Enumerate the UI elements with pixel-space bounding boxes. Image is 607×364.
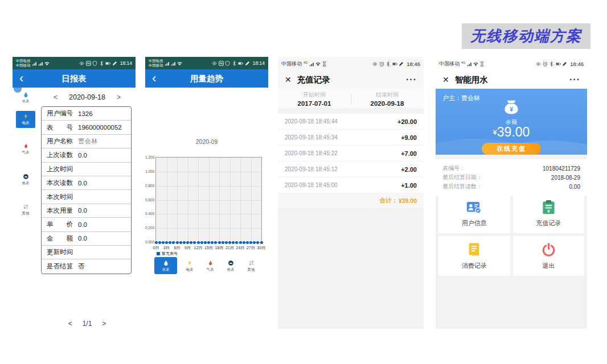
form-row: 更新时间 (42, 246, 131, 259)
field-label: 用户编号 (47, 109, 73, 118)
gridline-v (167, 158, 167, 242)
signal-icon (467, 61, 472, 67)
gridline-v (251, 158, 252, 242)
chart-legend: 暂无表号 (157, 251, 178, 257)
feature-card-recharge-record[interactable]: ¥充值记录 (513, 193, 585, 233)
field-value: 曹会林 (78, 137, 98, 146)
end-date-value: 2020-09-18 (371, 100, 404, 107)
carrier-2: 中国移动 (16, 63, 30, 68)
data-point (207, 241, 210, 244)
data-point (249, 241, 252, 244)
tab-label: 水表 (162, 267, 170, 272)
owner-name: 曹会林 (461, 94, 480, 101)
prev-page-button[interactable]: < (68, 320, 72, 328)
next-page-button[interactable]: > (102, 320, 106, 328)
status-time: 18:14 (120, 60, 132, 66)
feature-label: 退出 (542, 262, 555, 270)
meter-type-tabs: 水表电表气表热表其他 (145, 257, 268, 274)
recharge-record-row: 2020-09-18 18:45:44+20.00 (278, 114, 424, 130)
gridline-v (230, 158, 231, 242)
feature-card-consume-record[interactable]: 消费记录 (438, 236, 510, 276)
y-axis-label: 0.600 (145, 198, 154, 202)
gridline-v (240, 158, 241, 242)
sidebar-item-water[interactable]: 水表 (15, 92, 36, 104)
logout-icon (541, 242, 556, 258)
y-axis-label: 0.400 (145, 212, 154, 216)
recharge-record-row: 2020-09-18 18:45:12+2.00 (278, 162, 424, 177)
field-label: 单 价 (47, 220, 73, 229)
water-drop-icon (163, 260, 169, 266)
form-row: 金 额0.0 (42, 232, 131, 246)
slide-title: 无线移动端方案 (470, 26, 582, 46)
form-row: 用户编号1326 (42, 107, 131, 121)
wifi-icon (473, 61, 478, 67)
record-amount: +1.00 (401, 182, 417, 189)
online-recharge-button[interactable]: 在线充值 (482, 143, 541, 155)
back-icon[interactable]: ‹ (13, 72, 30, 85)
meter-type-sidebar: 水表电表气表热表其他 (13, 88, 39, 330)
back-icon[interactable]: ‹ (145, 72, 163, 85)
data-point (162, 241, 165, 244)
balance-amount: ¥39.00 (436, 125, 587, 140)
sidebar-item-label: 其他 (22, 211, 30, 216)
data-point (190, 241, 192, 244)
other-meter-icon (248, 260, 255, 266)
slide-title-banner: 无线移动端方案 (462, 23, 590, 49)
close-icon[interactable]: ✕ (285, 75, 292, 84)
sidebar-item-other[interactable]: 其他 (15, 204, 36, 216)
recharge-record-icon: ¥ (541, 200, 556, 215)
info-row: 最后结算日期：2018-08-29 (442, 173, 580, 182)
record-time: 2020-09-18 18:45:12 (285, 166, 338, 172)
data-point (235, 241, 238, 244)
y-axis-label: 1.200 (145, 155, 154, 159)
consume-record-icon (466, 242, 482, 258)
data-point (246, 241, 249, 244)
info-value: 0.00 (569, 184, 580, 190)
info-value: 2018-08-29 (551, 175, 580, 181)
meter-tab-gas[interactable]: 气表 (202, 257, 218, 272)
meter-tab-water[interactable]: 水表 (154, 257, 177, 274)
y-axis-label: 0.200 (145, 226, 154, 230)
date-range-filter: 开始时间 2017-07-01 结束时间 2020-09-18 (278, 89, 424, 109)
lightning-icon (23, 113, 29, 119)
more-icon[interactable]: ··· (569, 75, 580, 85)
owner-label: 户主： (442, 94, 461, 101)
form-row: 表 号196000000052 (42, 121, 131, 134)
info-row: 表编号：101804211729 (442, 164, 580, 173)
meter-tab-heat[interactable]: 热表 (223, 257, 239, 272)
more-icon[interactable]: ··· (406, 75, 417, 85)
record-amount: +2.00 (401, 166, 417, 173)
sidebar-item-label: 电表 (22, 121, 30, 126)
pen-icon (112, 61, 117, 66)
alarm-icon (379, 61, 384, 67)
meter-tab-other[interactable]: 其他 (243, 257, 259, 272)
field-label: 本次用量 (47, 206, 73, 215)
close-icon[interactable]: ✕ (442, 75, 449, 84)
sidebar-item-electric[interactable]: 电表 (16, 111, 35, 128)
usage-chart-plot (155, 157, 262, 243)
start-date-field[interactable]: 开始时间 2017-07-01 (278, 89, 351, 109)
field-label: 上次读数 (47, 151, 73, 159)
end-date-field[interactable]: 结束时间 2020-09-18 (351, 89, 424, 109)
data-point (172, 241, 175, 244)
battery-icon (105, 61, 110, 66)
feature-card-logout[interactable]: 退出 (513, 236, 585, 276)
data-point (183, 241, 186, 244)
prev-date-button[interactable]: < (54, 93, 58, 101)
carrier-labels: 中国电信 中国移动 (16, 59, 30, 67)
bluetooth-icon (385, 61, 391, 67)
page-title: 日报表 (13, 73, 136, 84)
chart-title: 2020-09 (145, 138, 268, 145)
sidebar-item-label: 水表 (22, 99, 30, 104)
sidebar-item-heat[interactable]: 热表 (15, 173, 36, 186)
feature-card-user-info[interactable]: 用户信息 (438, 193, 510, 233)
hourglass-icon (479, 61, 485, 67)
flame-icon (23, 143, 29, 149)
next-date-button[interactable]: > (117, 93, 121, 101)
meter-tab-electric[interactable]: 电表 (182, 257, 198, 272)
feature-label: 充值记录 (536, 219, 561, 228)
tab-label: 电表 (186, 267, 194, 272)
sidebar-item-gas[interactable]: 气表 (15, 143, 36, 155)
info-label: 表编号： (442, 164, 465, 172)
data-point (200, 241, 203, 244)
